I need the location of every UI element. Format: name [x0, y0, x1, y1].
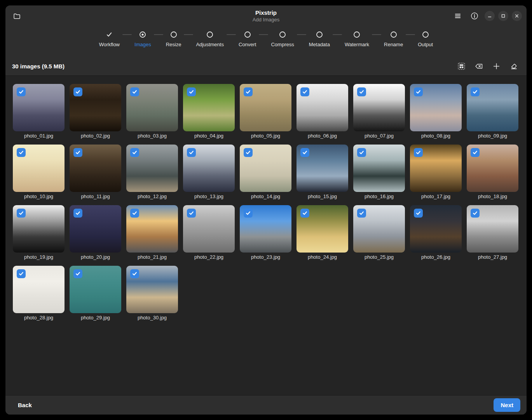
main-menu-button[interactable] [451, 9, 464, 23]
photo-item[interactable]: photo_08.jpg [410, 84, 462, 139]
step-rename[interactable]: Rename [384, 31, 403, 47]
photo-thumbnail[interactable] [13, 266, 65, 313]
photo-item[interactable]: photo_28.jpg [13, 266, 65, 321]
photo-thumbnail[interactable] [297, 145, 348, 192]
photo-thumbnail[interactable] [183, 145, 235, 192]
back-button[interactable]: Back [12, 399, 38, 411]
step-convert[interactable]: Convert [239, 31, 256, 47]
photo-item[interactable]: photo_21.jpg [126, 205, 178, 260]
photo-checkbox[interactable] [414, 209, 423, 218]
photo-item[interactable]: photo_14.jpg [240, 145, 291, 199]
photo-thumbnail[interactable] [126, 84, 178, 131]
photo-checkbox[interactable] [357, 148, 366, 157]
select-all-button[interactable] [455, 59, 468, 73]
photo-thumbnail[interactable] [70, 205, 121, 253]
photo-checkbox[interactable] [300, 148, 309, 157]
photo-checkbox[interactable] [300, 87, 309, 96]
photo-thumbnail[interactable] [240, 145, 291, 192]
photo-thumbnail[interactable] [126, 266, 178, 313]
photo-item[interactable]: photo_01.jpg [13, 84, 65, 139]
photo-checkbox[interactable] [244, 87, 253, 96]
step-adjustments[interactable]: Adjustments [196, 31, 224, 47]
photo-checkbox[interactable] [130, 148, 139, 157]
close-button[interactable] [512, 11, 522, 21]
photo-item[interactable]: photo_29.jpg [70, 266, 121, 321]
photo-checkbox[interactable] [300, 209, 309, 218]
photo-checkbox[interactable] [17, 269, 26, 278]
step-compress[interactable]: Compress [271, 31, 294, 47]
photo-item[interactable]: photo_03.jpg [126, 84, 178, 139]
photo-item[interactable]: photo_19.jpg [13, 205, 65, 260]
photo-item[interactable]: photo_26.jpg [410, 205, 462, 260]
step-output[interactable]: Output [418, 31, 433, 47]
photo-thumbnail[interactable] [183, 84, 235, 131]
photo-thumbnail[interactable] [70, 84, 121, 131]
photo-item[interactable]: photo_16.jpg [353, 145, 405, 199]
open-folder-button[interactable] [10, 9, 23, 23]
photo-item[interactable]: photo_12.jpg [126, 145, 178, 199]
photo-checkbox[interactable] [187, 209, 196, 218]
photo-thumbnail[interactable] [297, 205, 348, 253]
step-workflow[interactable]: Workflow [99, 31, 120, 47]
photo-checkbox[interactable] [244, 209, 253, 218]
photo-checkbox[interactable] [73, 87, 82, 96]
photo-checkbox[interactable] [187, 87, 196, 96]
add-images-button[interactable] [490, 59, 503, 73]
photo-item[interactable]: photo_22.jpg [183, 205, 235, 260]
photo-thumbnail[interactable] [467, 84, 518, 131]
photo-checkbox[interactable] [471, 148, 480, 157]
photo-thumbnail[interactable] [353, 145, 405, 192]
photo-thumbnail[interactable] [13, 205, 65, 253]
photo-item[interactable]: photo_27.jpg [467, 205, 518, 260]
photo-item[interactable]: photo_02.jpg [70, 84, 121, 139]
photo-thumbnail[interactable] [297, 84, 348, 131]
photo-item[interactable]: photo_25.jpg [353, 205, 405, 260]
photo-checkbox[interactable] [357, 87, 366, 96]
minimize-button[interactable] [485, 11, 495, 21]
photo-thumbnail[interactable] [240, 205, 291, 253]
step-metadata[interactable]: Metadata [309, 31, 330, 47]
photo-checkbox[interactable] [130, 87, 139, 96]
next-button[interactable]: Next [494, 398, 520, 412]
photo-checkbox[interactable] [130, 269, 139, 278]
photo-item[interactable]: photo_06.jpg [297, 84, 348, 139]
photo-thumbnail[interactable] [70, 145, 121, 192]
photo-thumbnail[interactable] [126, 205, 178, 253]
photo-thumbnail[interactable] [13, 84, 65, 131]
photo-checkbox[interactable] [471, 209, 480, 218]
photo-checkbox[interactable] [244, 148, 253, 157]
about-button[interactable] [468, 9, 481, 23]
photo-item[interactable]: photo_18.jpg [467, 145, 518, 199]
photo-thumbnail[interactable] [13, 145, 65, 192]
photo-checkbox[interactable] [17, 148, 26, 157]
photo-checkbox[interactable] [73, 209, 82, 218]
photo-checkbox[interactable] [130, 209, 139, 218]
photo-thumbnail[interactable] [467, 205, 518, 253]
photo-item[interactable]: photo_30.jpg [126, 266, 178, 321]
photo-thumbnail[interactable] [183, 205, 235, 253]
photo-thumbnail[interactable] [353, 84, 405, 131]
photo-item[interactable]: photo_05.jpg [240, 84, 291, 139]
photo-thumbnail[interactable] [467, 145, 518, 192]
photo-thumbnail[interactable] [70, 266, 121, 313]
photo-thumbnail[interactable] [410, 145, 462, 192]
photo-checkbox[interactable] [73, 269, 82, 278]
photo-checkbox[interactable] [471, 87, 480, 96]
photo-checkbox[interactable] [73, 148, 82, 157]
photo-item[interactable]: photo_24.jpg [297, 205, 348, 260]
photo-checkbox[interactable] [187, 148, 196, 157]
photo-checkbox[interactable] [414, 87, 423, 96]
step-watermark[interactable]: Watermark [345, 31, 369, 47]
photo-item[interactable]: photo_20.jpg [70, 205, 121, 260]
photo-thumbnail[interactable] [126, 145, 178, 192]
step-resize[interactable]: Resize [166, 31, 181, 47]
photo-checkbox[interactable] [17, 209, 26, 218]
clear-all-button[interactable] [507, 59, 520, 73]
photo-thumbnail[interactable] [240, 84, 291, 131]
photo-item[interactable]: photo_07.jpg [353, 84, 405, 139]
photo-item[interactable]: photo_17.jpg [410, 145, 462, 199]
remove-selected-button[interactable] [472, 59, 485, 73]
photo-item[interactable]: photo_13.jpg [183, 145, 235, 199]
photo-checkbox[interactable] [17, 87, 26, 96]
photo-thumbnail[interactable] [410, 205, 462, 253]
